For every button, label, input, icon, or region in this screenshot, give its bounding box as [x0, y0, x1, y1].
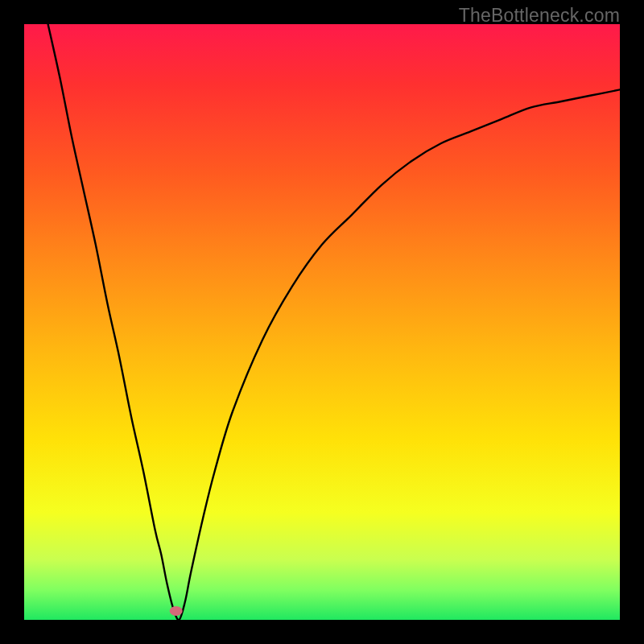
gradient-background — [24, 24, 620, 620]
minimum-marker — [170, 606, 183, 616]
watermark-text: TheBottleneck.com — [459, 5, 620, 27]
bottleneck-chart — [24, 24, 620, 620]
chart-frame — [24, 24, 620, 620]
